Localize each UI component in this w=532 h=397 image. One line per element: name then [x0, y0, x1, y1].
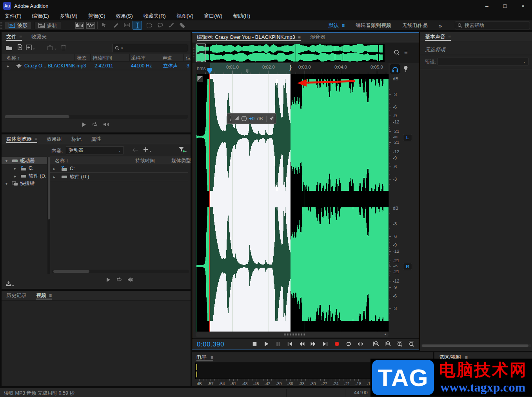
zoom-out-amplitude-button[interactable] [385, 341, 391, 347]
menu-item[interactable]: 窗口(W) [204, 13, 222, 20]
preview-loop-icon[interactable] [92, 121, 98, 127]
expand-chevron-icon[interactable]: ▸ [7, 64, 9, 68]
multitrack-view-button[interactable]: 多轨 [34, 21, 61, 29]
panel-menu-icon[interactable]: ≡ [211, 355, 213, 360]
files-column-header[interactable]: 位 [186, 55, 191, 62]
waveform-view-button[interactable]: 波形 [5, 21, 31, 29]
overview-menu-icon[interactable]: ≡ [404, 49, 408, 55]
tab-video[interactable]: 视频≡ [36, 291, 52, 300]
panel-menu-icon[interactable]: ≡ [448, 34, 451, 40]
tab-history[interactable]: 历史记录 [6, 291, 27, 300]
waveform-display-button[interactable] [86, 22, 95, 29]
preview-play-icon[interactable] [105, 277, 111, 283]
slip-tool-icon[interactable] [123, 22, 130, 29]
media-column-header[interactable]: 持续时间 [135, 158, 155, 164]
preview-speaker-icon[interactable] [127, 277, 134, 283]
spot-healing-brush-icon[interactable] [179, 22, 186, 29]
zoom-in-amplitude-button[interactable] [373, 341, 379, 347]
media-tab[interactable]: 媒体浏览器≡ [6, 134, 37, 144]
toolbar-grip[interactable] [0, 22, 2, 29]
current-time-display[interactable]: 0:00.390 [197, 341, 224, 348]
file-row[interactable]: ▸ Crazy O... BLACKPINK.mp3 2:42.011 4410… [2, 62, 191, 70]
workspace-tab[interactable]: 无线电作品 [402, 22, 428, 29]
menu-item[interactable]: 多轨(M) [60, 13, 78, 20]
minimize-button[interactable]: – [478, 0, 496, 12]
media-tab[interactable]: 效果组 [47, 134, 62, 144]
volume-knob-icon[interactable] [241, 116, 247, 121]
workspace-tab[interactable]: 默认 [329, 22, 339, 29]
panel-menu-icon[interactable]: ≡ [19, 34, 22, 40]
media-hscrollbar[interactable] [52, 270, 189, 273]
rewind-button[interactable] [298, 341, 305, 347]
preview-speaker-icon[interactable] [103, 121, 110, 127]
chevron-right-icon[interactable]: ▸ [14, 166, 16, 170]
fast-forward-button[interactable] [310, 341, 317, 347]
loop-playback-button[interactable] [345, 341, 352, 347]
tab-essential-sound[interactable]: 基本声音≡ [425, 32, 451, 42]
menu-item[interactable]: 视图(V) [176, 13, 193, 20]
menu-item[interactable]: 剪辑(C) [88, 13, 105, 20]
timeline-ruler[interactable]: hms } 0:01.00:02.00:03.00:04.00:05.0 [196, 63, 389, 74]
right-channel-badge[interactable]: R [403, 263, 412, 270]
move-tool-icon[interactable] [101, 22, 108, 29]
selection-edge-handle[interactable]: } [289, 64, 291, 71]
media-column-header[interactable]: 名称 ↑ [55, 158, 69, 164]
zoom-navigator-handle[interactable] [196, 44, 206, 62]
chevron-right-icon[interactable]: ▸ [53, 167, 55, 171]
content-dropdown[interactable]: 驱动器 ⌄ [66, 146, 124, 154]
waveform-hscrollbar[interactable]: ▴ [196, 332, 389, 337]
spectral-frequency-button[interactable] [75, 22, 84, 29]
files-hscrollbar[interactable] [5, 115, 188, 119]
import-file-icon[interactable] [16, 44, 24, 51]
chevron-down-icon[interactable]: ▾ [5, 181, 7, 186]
files-column-header[interactable]: 持续时间 [93, 55, 112, 62]
media-column-header[interactable]: 媒体类型 [171, 158, 191, 164]
marquee-selection-icon[interactable] [146, 22, 153, 29]
stop-button[interactable] [251, 341, 258, 347]
skip-selection-button[interactable] [357, 341, 364, 347]
marker-pin-icon[interactable] [403, 65, 409, 73]
overview-waveform[interactable] [196, 44, 385, 62]
help-search-box[interactable] [455, 22, 530, 29]
tree-item[interactable]: ▸C: [2, 165, 47, 172]
media-row[interactable]: ▸软件 (D:) [50, 173, 188, 181]
menu-item[interactable]: 效果(S) [116, 13, 133, 20]
workspace-tab[interactable]: 编辑音频到视频 [356, 22, 391, 29]
zoom-navigator-icon[interactable] [393, 49, 401, 56]
tab-levels[interactable]: 电平≡ [196, 352, 213, 362]
panel-menu-icon[interactable]: ≡ [298, 34, 301, 40]
preview-loop-icon[interactable] [116, 277, 122, 283]
files-column-header[interactable]: 名称 ↑ [6, 55, 20, 62]
volume-hud[interactable]: +0 dB [227, 113, 276, 124]
filter-icon[interactable] [178, 146, 187, 154]
media-tree-scrollbar[interactable] [47, 157, 50, 274]
play-button[interactable] [263, 341, 270, 347]
help-search-input[interactable] [465, 23, 519, 28]
tab-favorites[interactable]: 收藏夹 [31, 32, 47, 42]
chevron-right-icon[interactable]: ▸ [14, 174, 16, 178]
panel-menu-icon[interactable]: ≡ [34, 136, 37, 142]
panel-grip[interactable] [193, 47, 194, 59]
close-button[interactable]: × [514, 0, 532, 12]
left-channel-badge[interactable]: L [403, 134, 412, 141]
hud-pin-icon[interactable] [269, 116, 274, 121]
paintbrush-tool-icon[interactable] [168, 22, 174, 29]
media-tab[interactable]: 标记 [71, 134, 82, 144]
media-tab[interactable]: 属性 [91, 134, 101, 144]
razor-tool-icon[interactable] [113, 22, 120, 29]
chevron-down-icon[interactable]: ▾ [5, 158, 7, 163]
tab-mixer[interactable]: 混音器 [310, 33, 325, 42]
chevron-right-icon[interactable]: ▸ [53, 175, 55, 179]
open-file-icon[interactable] [5, 45, 13, 51]
media-row[interactable]: ▸C: [50, 165, 188, 173]
workspace-menu-icon[interactable]: ≡ [342, 23, 345, 28]
search-options-caret-icon[interactable]: ▾ [121, 46, 123, 50]
new-content-icon[interactable] [26, 44, 35, 51]
menu-item[interactable]: 帮助(H) [233, 13, 250, 20]
tab-files[interactable]: 文件≡ [6, 32, 22, 42]
hud-drag-handle-icon[interactable] [230, 116, 231, 121]
tree-item[interactable]: ▾快捷键 [2, 180, 47, 187]
zoom-in-time-button[interactable] [396, 341, 403, 347]
workspace-overflow-icon[interactable]: » [439, 22, 442, 29]
hud-gain-value[interactable]: +0 [249, 116, 254, 121]
